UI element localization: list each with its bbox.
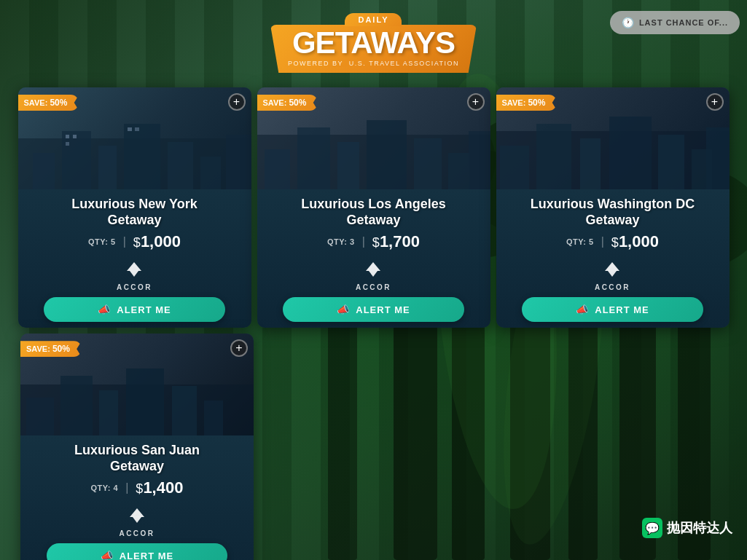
card-sj-body: Luxurious San JuanGetaway QTY: 4 | $1,40… [20,435,254,560]
svg-rect-17 [62,131,91,189]
watermark-text: 抛因特达人 [667,519,732,537]
save-badge-sj: SAVE: 50% [20,341,82,357]
alert-button-dc[interactable]: 📣 ALERT ME [522,297,703,322]
svg-rect-16 [33,153,55,189]
megaphone-icon-la: 📣 [337,304,350,315]
cards-row-2: SAVE: 50% + Luxurious San JuanGetaway QT… [10,334,737,560]
card-ny-title: Luxurious New YorkGetaway [71,197,197,228]
accor-text-la: ACCOR [356,283,391,291]
cards-row-1: SAVE: 50% + Luxurious New YorkGetaway QT… [10,87,737,328]
megaphone-icon-sj: 📣 [101,550,114,560]
card-sj-price: $1,400 [136,478,183,497]
accor-text-ny: ACCOR [117,283,152,291]
header: 🕐 LAST CHANCE OF... DAILY GETAWAYS POWER… [0,0,747,80]
svg-rect-32 [367,120,407,189]
card-dc-title: Luxurious Washington DCGetaway [531,197,695,228]
svg-rect-31 [337,142,359,189]
association-label: POWERED BY U.S. TRAVEL ASSOCIATION [288,60,459,67]
card-la-body: Luxurious Los AngelesGetaway QTY: 3 | $1… [257,189,490,328]
svg-rect-22 [226,135,251,189]
svg-rect-34 [448,153,470,189]
svg-rect-18 [98,146,117,189]
card-sj-price-row: QTY: 4 | $1,400 [91,478,184,497]
card-dc-body: Luxurious Washington DCGetaway QTY: 5 | … [496,189,730,328]
save-badge-ny: SAVE: 50% [18,95,79,111]
accor-text-dc: ACCOR [595,283,630,291]
megaphone-icon-dc: 📣 [576,304,589,315]
svg-rect-40 [609,117,652,189]
svg-rect-47 [99,390,118,435]
accor-text-sj: ACCOR [119,529,155,537]
getaways-title: GETAWAYS [292,28,455,58]
svg-rect-30 [297,127,330,189]
svg-rect-45 [26,398,54,435]
logo: DAILY GETAWAYS POWERED BY U.S. TRAVEL AS… [270,13,477,73]
card-dc-qty: QTY: 5 [566,237,594,246]
clock-icon: 🕐 [622,17,635,28]
add-button-sj[interactable]: + [230,339,248,357]
card-dc-price: $1,000 [611,232,659,251]
svg-rect-29 [265,149,290,189]
save-badge-dc: SAVE: 50% [496,95,558,111]
alert-button-sj[interactable]: 📣 ALERT ME [47,543,227,560]
card-dc-price-row: QTY: 5 | $1,000 [566,232,659,251]
accor-logo-dc: ACCOR [595,260,630,291]
svg-rect-23 [66,135,69,138]
card-la-qty: QTY: 3 [327,237,355,246]
alert-button-la[interactable]: 📣 ALERT ME [283,297,464,322]
accor-logo-la: ACCOR [356,260,391,291]
logo-main: GETAWAYS POWERED BY U.S. TRAVEL ASSOCIAT… [270,25,477,73]
svg-rect-24 [73,135,77,138]
card-la-title: Luxurious Los AngelesGetaway [301,197,445,228]
svg-rect-43 [706,127,730,189]
svg-rect-49 [172,386,197,435]
svg-rect-27 [135,127,139,131]
add-button-dc[interactable]: + [706,93,724,111]
svg-rect-46 [60,376,93,435]
svg-rect-37 [500,146,529,189]
svg-rect-39 [580,138,601,189]
svg-rect-38 [536,124,571,189]
card-ny-qty: QTY: 5 [88,237,116,246]
card-ny: SAVE: 50% + Luxurious New YorkGetaway QT… [18,87,251,328]
add-button-la[interactable]: + [467,93,485,111]
svg-rect-48 [126,368,164,435]
card-sj: SAVE: 50% + Luxurious San JuanGetaway QT… [20,334,254,560]
cards-grid: SAVE: 50% + Luxurious New YorkGetaway QT… [0,80,747,560]
svg-rect-33 [414,138,442,189]
card-dc: SAVE: 50% + Luxurious Washington DCGetaw… [496,87,730,328]
card-la-price-row: QTY: 3 | $1,700 [327,232,420,251]
svg-rect-26 [128,127,132,131]
save-badge-la: SAVE: 50% [257,95,318,111]
card-ny-price: $1,000 [133,232,181,251]
accor-logo-ny: ACCOR [117,260,152,291]
add-button-ny[interactable]: + [228,93,246,111]
svg-rect-21 [200,157,221,189]
card-sj-title: Luxurious San JuanGetaway [74,443,200,474]
card-la: SAVE: 50% + Luxurious Los AngelesGetaway… [257,87,490,328]
svg-rect-50 [204,401,223,435]
svg-rect-41 [658,135,684,189]
svg-rect-35 [469,131,490,189]
svg-rect-20 [168,142,193,189]
last-chance-button[interactable]: 🕐 LAST CHANCE OF... [610,11,740,34]
alert-button-ny[interactable]: 📣 ALERT ME [44,297,224,322]
svg-rect-25 [66,142,69,146]
last-chance-label: LAST CHANCE OF... [639,18,728,27]
megaphone-icon-ny: 📣 [98,304,111,315]
wechat-icon: 💬 [642,518,662,538]
card-sj-qty: QTY: 4 [91,484,119,492]
card-ny-price-row: QTY: 5 | $1,000 [88,232,181,251]
card-ny-body: Luxurious New YorkGetaway QTY: 5 | $1,00… [18,189,251,328]
watermark: 💬 抛因特达人 [642,518,732,538]
card-la-price: $1,700 [372,232,420,251]
accor-logo-sj: ACCOR [119,506,155,537]
daily-badge: DAILY [345,13,402,26]
svg-rect-19 [124,124,160,189]
